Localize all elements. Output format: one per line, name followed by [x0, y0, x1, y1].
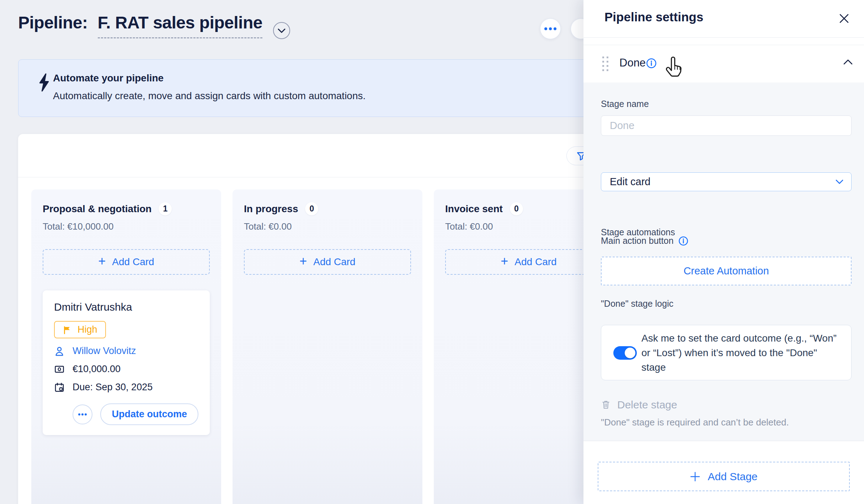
money-icon — [54, 364, 65, 375]
chevron-down-icon — [278, 28, 286, 33]
panel-header: Pipeline settings — [583, 0, 864, 38]
column-title: Proposal & negotiation — [43, 203, 151, 215]
panel-footer: Add Stage — [583, 441, 864, 504]
pipeline-name[interactable]: F. RAT sales pipeline — [98, 13, 262, 38]
chevron-up-icon[interactable] — [843, 59, 853, 65]
pipeline-board: Proposal & negotiation 1 Total: €10,000.… — [18, 134, 630, 504]
pipeline-settings-panel: Pipeline settings Done Stage name — [583, 0, 864, 504]
column-header: Proposal & negotiation 1 — [43, 202, 210, 215]
contact-name: Willow Volovitz — [73, 345, 136, 356]
amount-value: €10,000.00 — [73, 364, 121, 375]
banner-description: Automatically create, move and assign ca… — [53, 90, 366, 102]
banner-title: Automate your pipeline — [53, 73, 164, 84]
outcome-toggle[interactable] — [613, 346, 637, 360]
ellipsis-icon — [544, 27, 557, 31]
add-card-button[interactable]: + Add Card — [244, 249, 411, 275]
add-card-label: Add Card — [112, 256, 154, 268]
plus-icon: + — [299, 255, 307, 268]
add-card-label: Add Card — [514, 256, 556, 268]
stage-name-label: Stage name — [601, 99, 649, 109]
column-proposal-negotiation: Proposal & negotiation 1 Total: €10,000.… — [31, 189, 221, 504]
add-card-label: Add Card — [313, 256, 355, 268]
page-title: Pipeline: F. RAT sales pipeline — [18, 13, 290, 39]
main-action-select[interactable]: Edit card — [601, 172, 852, 191]
drag-handle-icon[interactable] — [602, 57, 608, 71]
update-outcome-button[interactable]: Update outcome — [100, 403, 198, 425]
deal-card[interactable]: Dmitri Vatrushka High Willow Volovitz — [43, 290, 210, 435]
add-stage-label: Add Stage — [708, 471, 757, 483]
close-button[interactable] — [836, 11, 852, 26]
create-automation-button[interactable]: Create Automation — [601, 257, 852, 285]
outcome-toggle-text: Ask me to set the card outcome (e.g., “W… — [641, 331, 839, 375]
stage-name-input[interactable] — [601, 116, 852, 136]
plus-icon: + — [501, 255, 508, 268]
info-icon[interactable] — [678, 236, 688, 246]
toggle-knob — [625, 348, 635, 358]
ellipsis-icon — [78, 413, 87, 416]
card-footer: Update outcome — [54, 403, 198, 425]
stage-automations-label: Stage automations — [601, 227, 675, 237]
contact-link[interactable]: Willow Volovitz — [54, 345, 198, 356]
column-in-progress: In progress 0 Total: €0.00 + Add Card — [233, 189, 422, 504]
delete-stage-label: Delete stage — [617, 399, 677, 411]
add-card-button[interactable]: + Add Card — [43, 249, 210, 275]
due-row: Due: Sep 30, 2025 — [54, 382, 198, 393]
priority-label: High — [78, 324, 97, 335]
column-total: Total: €0.00 — [244, 221, 411, 232]
stage-settings-body: Stage name Main action button Edit card … — [583, 82, 864, 441]
page-title-prefix: Pipeline: — [18, 13, 88, 32]
flag-icon — [63, 325, 72, 334]
delete-stage-note: "Done" stage is required and can’t be de… — [601, 417, 789, 428]
board-columns: Proposal & negotiation 1 Total: €10,000.… — [31, 189, 624, 504]
column-count-badge: 1 — [159, 202, 172, 215]
add-stage-button[interactable]: Add Stage — [598, 462, 850, 491]
outcome-toggle-card: Ask me to set the card outcome (e.g., “W… — [601, 325, 852, 380]
delete-stage-button[interactable]: Delete stage — [601, 399, 677, 411]
column-header: In progress 0 — [244, 202, 411, 215]
more-options-button[interactable] — [540, 18, 561, 39]
done-stage-logic-label: "Done" stage logic — [601, 299, 673, 309]
info-icon[interactable] — [646, 58, 657, 69]
plus-icon: + — [98, 255, 106, 268]
plus-icon — [690, 471, 700, 482]
column-title: Invoice sent — [445, 203, 503, 215]
crm-pipeline-screen: Pipeline: F. RAT sales pipeline Automate… — [0, 0, 864, 504]
lightning-bolt-icon — [37, 73, 50, 92]
board-divider — [18, 177, 630, 177]
calendar-icon — [54, 382, 65, 393]
priority-badge: High — [54, 321, 106, 338]
stage-accordion-header[interactable]: Done — [583, 45, 864, 82]
amount-row: €10,000.00 — [54, 364, 198, 375]
person-icon — [54, 346, 65, 356]
pipeline-switcher-button[interactable] — [273, 22, 290, 39]
trash-icon — [601, 400, 611, 410]
column-total: Total: €10,000.00 — [43, 221, 210, 232]
stage-name-heading: Done — [619, 57, 646, 69]
chevron-down-icon — [836, 179, 843, 184]
main-action-value: Edit card — [610, 176, 650, 188]
column-count-badge: 0 — [510, 202, 523, 215]
panel-title: Pipeline settings — [604, 10, 703, 24]
column-title: In progress — [244, 203, 298, 215]
x-icon — [839, 13, 849, 24]
card-title: Dmitri Vatrushka — [54, 301, 198, 313]
automation-banner: Automate your pipeline Automatically cre… — [18, 59, 607, 117]
card-more-button[interactable] — [73, 404, 92, 424]
due-value: Due: Sep 30, 2025 — [73, 382, 153, 393]
column-count-badge: 0 — [305, 202, 318, 215]
